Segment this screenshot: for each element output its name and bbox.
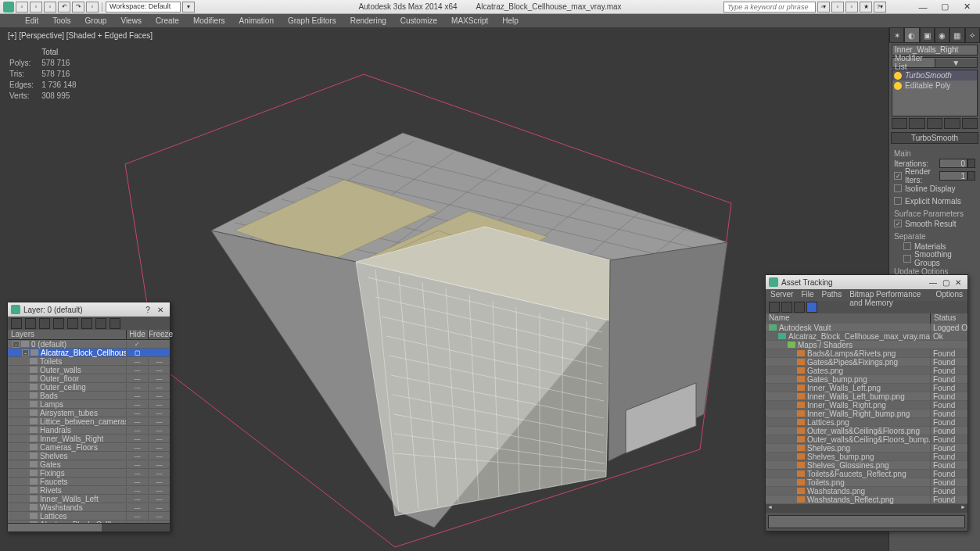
layer-row[interactable]: Airsystem_tubes—— — [8, 409, 170, 417]
asset-row[interactable]: Gates.pngFound — [766, 367, 967, 375]
isoline-checkbox[interactable] — [894, 184, 902, 192]
menu-maxscript[interactable]: MAXScript — [445, 15, 494, 27]
smoothing-groups-checkbox[interactable] — [903, 255, 911, 263]
workspace-selector[interactable]: Workspace: Default — [106, 2, 181, 13]
asset-list[interactable]: Autodesk VaultLogged OAlcatraz_Block_Cel… — [766, 324, 967, 504]
layer-row[interactable]: Inner_Walls_Right—— — [8, 435, 170, 443]
layer-tool-4[interactable] — [53, 318, 64, 329]
asset-row[interactable]: Autodesk VaultLogged O — [766, 324, 967, 332]
explicit-normals-checkbox[interactable] — [894, 197, 902, 205]
infocenter-help[interactable]: ?▾ — [874, 2, 886, 13]
layer-tool-8[interactable] — [109, 318, 120, 329]
asset-row[interactable]: Outer_walls&Ceiling&Floors.pngFound — [766, 427, 967, 435]
qat-undo[interactable]: ↶ — [58, 2, 70, 13]
tab-utilities[interactable]: ✧ — [965, 27, 980, 43]
smooth-result-checkbox[interactable] — [894, 220, 902, 227]
asset-row[interactable]: Maps / Shaders — [766, 341, 967, 349]
layer-tool-1[interactable] — [11, 318, 22, 329]
layer-row[interactable]: Outer_walls—— — [8, 366, 170, 374]
asset-maximize[interactable]: ▢ — [939, 278, 952, 287]
qat-open[interactable]: ▫ — [30, 2, 42, 13]
viewport-label[interactable]: [+] [Perspective] [Shaded + Edged Faces] — [5, 30, 156, 41]
layer-row[interactable]: Outer_ceiling—— — [8, 383, 170, 392]
modifier-list-dropdown[interactable]: Modifier List▼ — [892, 57, 978, 68]
layer-tool-6[interactable] — [81, 318, 92, 329]
menu-animation[interactable]: Animation — [232, 15, 279, 27]
layer-dialog[interactable]: Layer: 0 (default) ? ✕ Layers Hide Freez… — [7, 302, 171, 532]
layer-row[interactable]: Faucets—— — [8, 478, 170, 486]
rollout-turbosmooth-header[interactable]: TurboSmooth — [891, 132, 978, 144]
layer-row[interactable]: Lamps—— — [8, 400, 170, 409]
tab-motion[interactable]: ◉ — [935, 27, 949, 43]
asset-command-field[interactable] — [768, 515, 965, 528]
asset-row[interactable]: Bads&Lamps&Rivets.pngFound — [766, 349, 967, 358]
layer-tool-3[interactable] — [39, 318, 50, 329]
stack-unique[interactable] — [927, 118, 942, 129]
asset-col-status[interactable]: Status — [930, 313, 967, 324]
infocenter-star[interactable]: ★ — [860, 2, 872, 13]
asset-row[interactable]: Washstands.pngFound — [766, 487, 967, 496]
menu-graph-editors[interactable]: Graph Editors — [282, 15, 343, 27]
asset-close[interactable]: ✕ — [952, 278, 964, 287]
asset-row[interactable]: Washstands_Reflect.pngFound — [766, 496, 967, 504]
layer-tool-5[interactable] — [67, 318, 78, 329]
menu-customize[interactable]: Customize — [394, 15, 443, 27]
iterations-spinner[interactable]: 0 — [939, 159, 967, 168]
layer-dialog-close[interactable]: ✕ — [154, 306, 167, 314]
layer-row[interactable]: Bads—— — [8, 392, 170, 400]
asset-menu-options[interactable]: Options — [936, 290, 963, 300]
stack-pin[interactable] — [892, 118, 907, 129]
asset-tool-3[interactable] — [794, 302, 805, 313]
tab-display[interactable]: ▦ — [949, 27, 964, 43]
menu-create[interactable]: Create — [149, 15, 185, 27]
render-iters-checkbox[interactable] — [894, 172, 902, 180]
layer-list[interactable]: -0 (default)✓-Alcatraz_Block_Cellhouse▢T… — [8, 340, 170, 523]
layer-row[interactable]: Rivets—— — [8, 486, 170, 495]
menu-edit[interactable]: Edit — [19, 15, 45, 27]
asset-row[interactable]: Inner_Walls_Right.pngFound — [766, 401, 967, 410]
menu-tools[interactable]: Tools — [46, 15, 77, 27]
layer-dialog-help[interactable]: ? — [142, 306, 154, 314]
qat-redo[interactable]: ↷ — [72, 2, 84, 13]
asset-row[interactable]: Inner_Walls_Right_bump.pngFound — [766, 410, 967, 418]
search-input[interactable] — [723, 2, 816, 13]
layer-row[interactable]: Inner_Walls_Left—— — [8, 495, 170, 503]
asset-row[interactable]: Gates_bump.pngFound — [766, 375, 967, 384]
asset-menu-server[interactable]: Server — [770, 290, 793, 300]
menu-group[interactable]: Group — [79, 15, 113, 27]
asset-minimize[interactable]: — — [927, 278, 939, 287]
asset-menu-bitmap-performance-and-memory[interactable]: Bitmap Performance and Memory — [849, 290, 928, 300]
stack-remove[interactable] — [944, 118, 960, 129]
asset-row[interactable]: Outer_walls&Ceiling&Floors_bump.pngFound — [766, 435, 967, 444]
asset-col-name[interactable]: Name — [766, 313, 930, 324]
layer-row[interactable]: Washstands—— — [8, 503, 170, 512]
mod-turbosmooth[interactable]: TurboSmooth — [892, 70, 977, 81]
asset-menu-file[interactable]: File — [801, 290, 813, 300]
mod-editable-poly[interactable]: Editable Poly — [892, 81, 977, 91]
help-dropdown[interactable]: ▫▾ — [817, 2, 830, 13]
layer-col-layers[interactable]: Layers — [8, 330, 126, 339]
render-iters-spin-arrows[interactable] — [967, 171, 975, 181]
infocenter-1[interactable]: ▫ — [831, 2, 844, 13]
layer-row[interactable]: Cameras_Floors—— — [8, 443, 170, 452]
stack-config[interactable] — [962, 118, 978, 129]
asset-row[interactable]: Toilets&Faucets_Reflect.pngFound — [766, 470, 967, 478]
menu-views[interactable]: Views — [114, 15, 148, 27]
layer-row[interactable]: Shelves—— — [8, 452, 170, 460]
asset-row[interactable]: Inner_Walls_Left.pngFound — [766, 384, 967, 392]
menu-help[interactable]: Help — [496, 15, 525, 27]
layer-row[interactable]: Fixings—— — [8, 469, 170, 478]
layer-row[interactable]: Lattices—— — [8, 512, 170, 521]
window-maximize[interactable]: ▢ — [935, 2, 955, 13]
asset-row[interactable]: Inner_Walls_Left_bump.pngFound — [766, 392, 967, 401]
layer-row[interactable]: Toilets—— — [8, 357, 170, 366]
materials-checkbox[interactable] — [903, 242, 911, 250]
layer-hscroll[interactable] — [8, 523, 170, 531]
tab-hierarchy[interactable]: ▣ — [920, 27, 935, 43]
tab-create[interactable]: ✶ — [889, 27, 904, 43]
asset-row[interactable]: Toilets.pngFound — [766, 478, 967, 487]
asset-row[interactable]: Shelves.pngFound — [766, 444, 967, 453]
asset-tool-1[interactable] — [769, 302, 780, 313]
asset-row[interactable]: Alcatraz_Block_Cellhouse_max_vray.maxOk — [766, 332, 967, 341]
workspace-dropdown[interactable]: ▾ — [182, 2, 195, 13]
